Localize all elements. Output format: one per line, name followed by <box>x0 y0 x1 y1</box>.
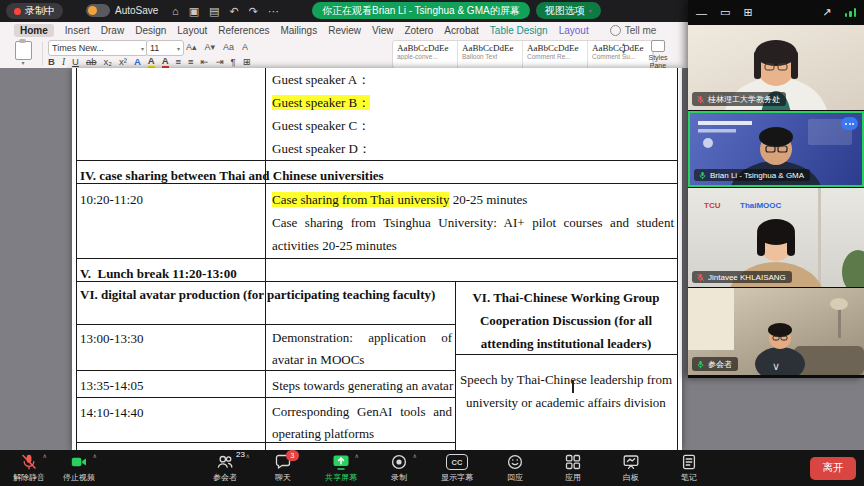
styles-pane-button[interactable]: Styles Pane <box>640 40 676 67</box>
share-screen-button[interactable]: ∧ 共享屏幕 <box>316 453 366 483</box>
gallery-down-button[interactable]: ▾ <box>622 49 625 55</box>
video-tile-guilin[interactable]: 桂林理工大学教务处 <box>688 25 864 110</box>
tab-draw[interactable]: Draw <box>101 25 124 36</box>
tellme-button[interactable]: Tell me <box>610 25 657 36</box>
tab-table-design[interactable]: Table Design <box>490 25 548 36</box>
save-icon[interactable]: ▣ <box>189 5 199 18</box>
document-page[interactable]: Guest speaker A： Guest speaker B： Guest … <box>72 68 682 450</box>
whiteboard-button[interactable]: 白板 <box>606 453 656 483</box>
section-title[interactable]: V. Lunch break 11:20-13:00 <box>80 262 237 285</box>
highlighted-text[interactable]: Guest speaker B： <box>272 95 370 110</box>
chevron-up-icon[interactable]: ∧ <box>355 452 359 459</box>
font-color-button[interactable]: A <box>162 55 169 69</box>
view-options-button[interactable]: 视图选项 ▾ <box>536 2 601 19</box>
gallery-view-icon[interactable]: ⊞ <box>743 6 752 19</box>
home-icon[interactable]: ⌂ <box>172 5 179 17</box>
paste-button[interactable]: ▾ <box>10 41 36 66</box>
undo-icon[interactable]: ↶ <box>229 5 238 18</box>
paragraph-marks-button[interactable]: ¶ <box>231 56 236 67</box>
bullets-button[interactable]: ≡ <box>176 56 182 67</box>
change-case-button[interactable]: Aa <box>223 42 234 52</box>
plain-text[interactable]: 20-25 minutes <box>449 192 527 207</box>
chevron-up-icon[interactable]: ∧ <box>413 452 417 459</box>
bold-button[interactable]: B <box>48 56 55 67</box>
tab-home[interactable]: Home <box>14 24 54 37</box>
indent-button[interactable]: ⇥ <box>216 56 224 67</box>
captions-button[interactable]: CC 显示字幕 <box>432 453 482 483</box>
apps-button[interactable]: 应用 <box>548 453 598 483</box>
section-title[interactable]: IV. case sharing between Thai and Chines… <box>80 164 384 187</box>
strikethrough-button[interactable]: ab <box>86 56 97 67</box>
agenda-time-cell[interactable]: 13:00-13:30 <box>80 327 144 350</box>
video-tile-jintavee[interactable]: TCU ThaiMOOC Jintavee KHLAISANG <box>688 188 864 287</box>
text-effects-button[interactable]: A <box>134 56 141 67</box>
redo-icon[interactable]: ↷ <box>249 5 258 18</box>
popout-icon[interactable]: ↗ <box>822 6 831 19</box>
agenda-time-cell[interactable]: 10:20-11:20 <box>80 188 143 211</box>
video-tile-brian-li[interactable]: Brian Li - Tsinghua & GMA <box>688 111 864 187</box>
grow-font-button[interactable]: A▴ <box>186 42 197 52</box>
recording-indicator[interactable]: 录制中 <box>6 3 63 19</box>
tab-insert[interactable]: Insert <box>65 25 90 36</box>
unmute-button[interactable]: ∧ 解除静音 <box>4 453 54 483</box>
print-icon[interactable]: ▤ <box>209 5 219 18</box>
section-title-right[interactable]: VI. Thai-Chinese Working Group Cooperati… <box>459 286 673 355</box>
notes-button[interactable]: 笔记 <box>664 453 714 483</box>
agenda-content-cell[interactable]: Demonstration: application of avatar in … <box>272 327 452 371</box>
superscript-button[interactable]: x² <box>119 56 127 67</box>
leave-meeting-button[interactable]: 离开 <box>810 457 856 480</box>
chevron-up-icon[interactable]: ∧ <box>93 452 97 459</box>
gallery-up-button[interactable]: ▴ <box>622 41 625 47</box>
underline-button[interactable]: U <box>72 56 79 67</box>
record-button[interactable]: ∧ 录制 <box>374 453 424 483</box>
tab-acrobat[interactable]: Acrobat <box>444 25 478 36</box>
tab-zotero[interactable]: Zotero <box>404 25 433 36</box>
highlighted-text[interactable]: Case sharing from Thai university <box>272 192 449 207</box>
style-gallery-item[interactable]: AaBbCcDdEe Balloon Text <box>458 41 523 68</box>
guest-speaker-line[interactable]: Guest speaker D： <box>272 137 371 160</box>
agenda-content-cell-right[interactable]: Speech by Thai-Chinese leadership from u… <box>459 368 673 414</box>
participants-button[interactable]: 23 ∧ 参会者 <box>200 453 250 483</box>
borders-button[interactable]: ⊞ <box>243 56 251 67</box>
agenda-content-cell[interactable]: Steps towards generating an avatar <box>272 374 453 397</box>
speaker-view-icon[interactable]: ▭ <box>720 6 730 19</box>
chat-button[interactable]: 3 聊天 <box>258 453 308 483</box>
guest-speaker-line[interactable]: Guest speaker B： <box>272 91 371 114</box>
font-name-select[interactable]: Times New... ▾ <box>48 40 148 56</box>
more-icon[interactable]: ⋯ <box>268 5 279 18</box>
minimize-panel-icon[interactable]: — <box>696 7 707 19</box>
agenda-time-cell-right[interactable]: 13:00-16:00 <box>459 442 673 450</box>
outdent-button[interactable]: ⇤ <box>201 56 209 67</box>
tab-mailings[interactable]: Mailings <box>280 25 317 36</box>
numbering-button[interactable]: ≡ <box>188 56 194 67</box>
tab-table-layout[interactable]: Layout <box>559 25 589 36</box>
chevron-up-icon[interactable]: ∧ <box>43 452 47 459</box>
style-gallery-item[interactable]: AaBbCcDdEe apple-conve... <box>393 41 458 68</box>
tab-layout[interactable]: Layout <box>177 25 207 36</box>
agenda-content-cell[interactable]: Case sharing from Tsinghua University: A… <box>272 211 674 257</box>
collapse-panel-button[interactable]: ∨ <box>772 361 780 372</box>
agenda-content-cell[interactable]: Corresponding GenAI tools and operating … <box>272 401 452 445</box>
subscript-button[interactable]: x₂ <box>104 56 112 67</box>
guest-speaker-line[interactable]: Guest speaker A： <box>272 68 371 91</box>
clear-formatting-button[interactable]: A <box>242 42 248 52</box>
guest-speaker-line[interactable]: Guest speaker C： <box>272 114 371 137</box>
shrink-font-button[interactable]: A▾ <box>205 42 216 52</box>
italic-button[interactable]: I <box>62 57 65 67</box>
guest-speaker-lines[interactable]: Guest speaker A： Guest speaker B： Guest … <box>272 68 371 160</box>
agenda-time-cell[interactable]: 13:35-14:05 <box>80 374 144 397</box>
section-title-left[interactable]: VI. digital avatar production (for parti… <box>80 284 452 306</box>
tab-view[interactable]: View <box>372 25 394 36</box>
reactions-button[interactable]: 回应 <box>490 453 540 483</box>
stop-video-button[interactable]: ∧ 停止视频 <box>54 453 104 483</box>
autosave-toggle[interactable]: AutoSave <box>86 4 158 17</box>
tile-more-button[interactable] <box>841 117 858 130</box>
tab-design[interactable]: Design <box>135 25 166 36</box>
highlight-color-button[interactable]: A <box>148 55 155 69</box>
chevron-up-icon[interactable]: ∧ <box>246 452 250 459</box>
tab-review[interactable]: Review <box>328 25 361 36</box>
style-gallery-item[interactable]: AaBbCcDdEe Comment Re... <box>523 41 588 68</box>
agenda-content-line[interactable]: Case sharing from Thai university 20-25 … <box>272 188 527 211</box>
agenda-time-cell[interactable]: 14:10-14:40 <box>80 401 144 424</box>
tab-references[interactable]: References <box>218 25 269 36</box>
